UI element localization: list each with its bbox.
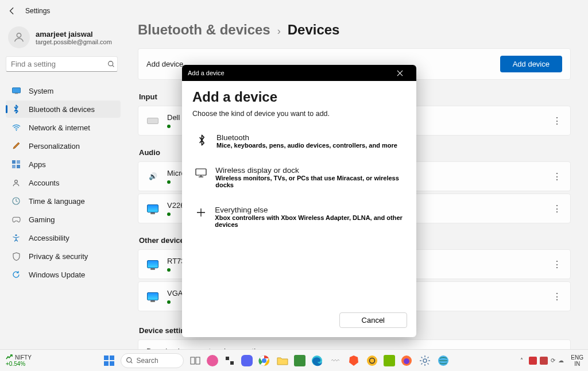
- system-icon: [11, 86, 21, 95]
- more-button[interactable]: ⋮: [552, 291, 562, 302]
- close-icon: [397, 70, 403, 76]
- cancel-button[interactable]: Cancel: [339, 312, 407, 328]
- apps-icon: [11, 160, 21, 169]
- option-desc: Mice, keyboards, pens, audio devices, co…: [216, 142, 397, 149]
- svg-point-28: [404, 358, 409, 364]
- device-name: VGA: [167, 289, 183, 297]
- taskbar-center: Search 〰: [32, 353, 520, 368]
- tray-icon[interactable]: [529, 357, 537, 365]
- breadcrumb-parent[interactable]: Bluetooth & devices: [138, 22, 270, 38]
- option-wireless-display[interactable]: Wireless display or dockWireless monitor…: [192, 161, 406, 194]
- nav-label: Privacy & security: [29, 252, 88, 261]
- svg-rect-18: [191, 357, 195, 364]
- nav-personalization[interactable]: Personalization: [6, 137, 121, 154]
- bluetooth-icon: [195, 133, 208, 147]
- arrow-left-icon: [8, 7, 16, 15]
- chrome-icon[interactable]: [257, 354, 271, 368]
- status-dot: [167, 180, 171, 184]
- option-title: Bluetooth: [216, 133, 397, 142]
- search-input[interactable]: [11, 60, 107, 68]
- status-dot: [167, 212, 171, 216]
- nav-label: Personalization: [29, 142, 80, 150]
- stock-ticker[interactable]: NIFTY +0.54%: [0, 354, 32, 367]
- nav-accessibility[interactable]: Accessibility: [6, 229, 121, 246]
- user-profile[interactable]: amarjeet jaiswal target.possible@gmail.c…: [6, 23, 132, 56]
- nav-bluetooth-devices[interactable]: Bluetooth & devices: [6, 101, 121, 118]
- more-button[interactable]: ⋮: [552, 259, 562, 270]
- settings-icon[interactable]: [418, 354, 432, 368]
- svg-point-29: [423, 359, 427, 362]
- update-icon: [11, 270, 21, 279]
- search-icon: [126, 357, 133, 364]
- shield-icon: [11, 252, 21, 261]
- dialog-titlebar: Add a device: [182, 65, 416, 81]
- app-icon[interactable]: [241, 355, 253, 366]
- search-box[interactable]: [6, 56, 118, 72]
- language-indicator[interactable]: ENG IN: [571, 354, 583, 367]
- nav-windows-update[interactable]: Windows Update: [6, 266, 121, 283]
- nav-network[interactable]: Network & internet: [6, 119, 121, 136]
- lang-top: ENG: [571, 354, 583, 361]
- user-name: amarjeet jaiswal: [36, 30, 112, 38]
- task-view-icon[interactable]: [188, 354, 202, 368]
- app-icon[interactable]: [207, 355, 218, 366]
- nav-label: System: [29, 87, 53, 95]
- tray-icon[interactable]: [540, 357, 548, 365]
- status-dot: [167, 300, 171, 304]
- more-button[interactable]: ⋮: [552, 203, 562, 214]
- file-explorer-icon[interactable]: [276, 354, 289, 368]
- firefox-icon[interactable]: [400, 354, 413, 368]
- nav-label: Apps: [29, 160, 46, 169]
- svg-rect-3: [14, 93, 18, 94]
- tray-icon[interactable]: ⟳: [551, 357, 555, 364]
- wifi-icon: [11, 123, 21, 132]
- back-button[interactable]: [7, 6, 17, 16]
- option-everything-else[interactable]: Everything elseXbox controllers with Xbo…: [192, 200, 406, 233]
- plus-icon: [195, 206, 207, 219]
- nav-label: Gaming: [29, 215, 55, 224]
- svg-point-11: [15, 234, 17, 236]
- speaker-icon: [146, 172, 159, 181]
- app-icon[interactable]: [223, 354, 237, 368]
- app-icon[interactable]: [365, 354, 379, 368]
- edge-icon[interactable]: [310, 354, 324, 368]
- start-button[interactable]: [102, 354, 116, 368]
- monitor-icon: [146, 204, 159, 213]
- more-button[interactable]: ⋮: [552, 115, 562, 126]
- svg-rect-21: [230, 361, 234, 365]
- brave-icon[interactable]: [347, 354, 361, 368]
- accessibility-icon: [11, 233, 21, 242]
- app-icon[interactable]: [294, 355, 305, 366]
- chevron-up-icon[interactable]: ˄: [520, 357, 523, 364]
- taskbar-search[interactable]: Search: [121, 353, 184, 368]
- option-bluetooth[interactable]: BluetoothMice, keyboards, pens, audio de…: [192, 128, 406, 154]
- window-title: Settings: [25, 7, 50, 15]
- monitor-icon: [146, 260, 159, 269]
- nav-time-language[interactable]: Time & language: [6, 192, 121, 210]
- nav-apps[interactable]: Apps: [6, 156, 121, 173]
- nav-system[interactable]: System: [6, 82, 121, 99]
- nav-gaming[interactable]: Gaming: [6, 211, 121, 228]
- close-button[interactable]: [397, 70, 411, 76]
- nav-privacy[interactable]: Privacy & security: [6, 248, 121, 265]
- svg-rect-14: [110, 355, 114, 360]
- app-icon[interactable]: 〰: [328, 354, 342, 368]
- ticker-label: NIFTY: [15, 354, 32, 361]
- svg-point-9: [15, 180, 18, 183]
- svg-rect-13: [104, 355, 109, 360]
- nav-accounts[interactable]: Accounts: [6, 174, 121, 191]
- more-button[interactable]: ⋮: [552, 171, 562, 182]
- add-device-button[interactable]: Add device: [500, 56, 562, 72]
- lang-bottom: IN: [574, 361, 580, 367]
- system-tray[interactable]: ˄ ⟳ ☁ ENG IN: [520, 354, 588, 367]
- user-email: target.possible@gmail.com: [36, 38, 112, 45]
- svg-rect-19: [196, 357, 200, 364]
- dialog-titlebar-text: Add a device: [188, 69, 225, 76]
- cloud-icon[interactable]: ☁: [558, 357, 564, 364]
- svg-rect-12: [196, 169, 206, 175]
- breadcrumb-current: Devices: [288, 22, 340, 38]
- svg-rect-15: [104, 361, 109, 366]
- app-icon[interactable]: [384, 355, 395, 366]
- option-title: Wireless display or dock: [215, 166, 404, 175]
- app-icon[interactable]: [436, 354, 450, 368]
